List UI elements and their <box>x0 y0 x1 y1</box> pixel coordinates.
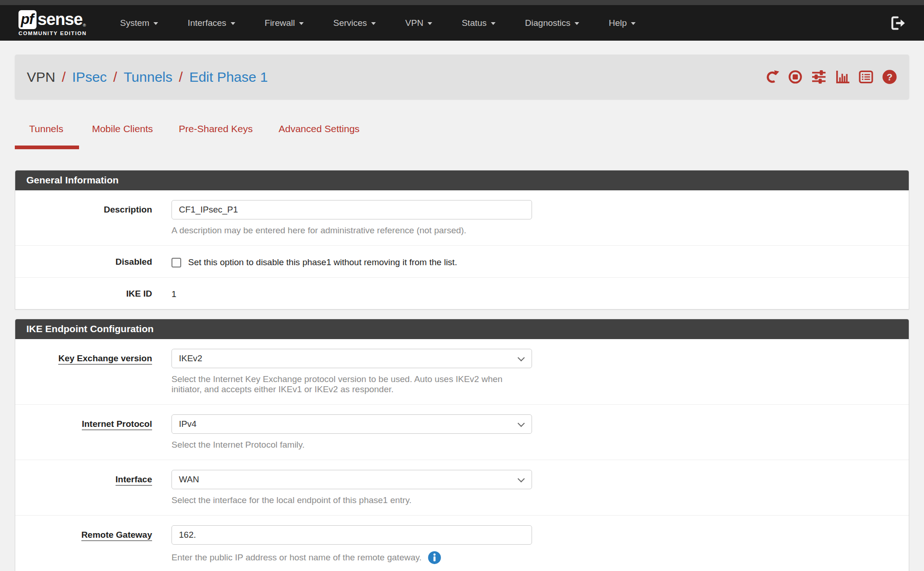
pfsense-logo[interactable]: pf sense ® COMMUNITY EDITION <box>18 10 87 36</box>
chevron-down-icon <box>518 475 525 483</box>
internet-protocol-help-text: Select the Internet Protocol family. <box>171 440 532 450</box>
internet-protocol-row: Internet Protocol IPv4 Select the Intern… <box>15 405 909 460</box>
key-exchange-version-selected-value: IKEv2 <box>179 353 202 364</box>
key-exchange-version-label: Key Exchange version <box>15 349 152 395</box>
interface-label: Interface <box>15 470 152 505</box>
window-top-strip <box>0 0 924 5</box>
caret-down-icon <box>299 22 304 25</box>
ike-id-row: IKE ID 1 <box>15 278 909 309</box>
sliders-icon[interactable] <box>811 70 826 84</box>
panel-title-general-information: General Information <box>15 170 909 190</box>
internet-protocol-label: Internet Protocol <box>15 414 152 450</box>
breadcrumb-link-ipsec[interactable]: IPsec <box>72 69 107 85</box>
caret-down-icon <box>428 22 432 25</box>
breadcrumb-separator: / <box>62 69 66 85</box>
caret-down-icon <box>153 22 158 25</box>
logo-registered-mark: ® <box>83 23 86 28</box>
caret-down-icon <box>491 22 496 25</box>
ike-id-value: 1 <box>171 287 532 299</box>
nav-item-services[interactable]: Services <box>318 5 391 41</box>
chevron-down-icon <box>518 354 525 362</box>
disabled-checkbox[interactable] <box>171 258 181 267</box>
breadcrumb-link-tunnels[interactable]: Tunnels <box>123 69 172 85</box>
tab-pre-shared-keys[interactable]: Pre-Shared Keys <box>166 123 266 149</box>
chart-bar-icon[interactable] <box>835 70 850 84</box>
remote-gateway-label: Remote Gateway <box>15 525 152 565</box>
breadcrumb-link-edit-phase-1[interactable]: Edit Phase 1 <box>189 69 268 85</box>
svg-text:?: ? <box>887 72 893 82</box>
interface-help-text: Select the interface for the local endpo… <box>171 495 532 505</box>
logo-sense-text: sense <box>37 10 82 29</box>
main-navbar: pf sense ® COMMUNITY EDITION System Inte… <box>0 5 924 41</box>
remote-gateway-input[interactable] <box>171 525 532 545</box>
ike-id-label: IKE ID <box>15 287 152 299</box>
refresh-icon[interactable] <box>765 70 779 84</box>
tab-tunnels[interactable]: Tunnels <box>15 123 79 149</box>
chevron-down-icon <box>518 420 525 427</box>
logo-pf-mark: pf <box>18 10 37 29</box>
nav-item-label: Firewall <box>265 18 295 28</box>
help-circle-icon[interactable]: ? <box>882 69 897 85</box>
breadcrumb-root: VPN <box>27 69 55 85</box>
nav-item-label: Status <box>462 18 487 28</box>
logout-button[interactable] <box>890 16 906 30</box>
breadcrumb-separator: / <box>113 69 117 85</box>
caret-down-icon <box>631 22 636 25</box>
sign-out-icon <box>890 16 906 30</box>
key-exchange-version-select[interactable]: IKEv2 <box>171 349 532 368</box>
tab-bar: Tunnels Mobile Clients Pre-Shared Keys A… <box>15 99 909 149</box>
internet-protocol-select[interactable]: IPv4 <box>171 414 532 434</box>
remote-gateway-help-text: Enter the public IP address or host name… <box>171 553 422 563</box>
disabled-label: Disabled <box>15 255 152 267</box>
interface-selected-value: WAN <box>179 474 199 485</box>
page-action-icons: ? <box>765 69 897 85</box>
interface-select[interactable]: WAN <box>171 470 532 489</box>
caret-down-icon <box>575 22 579 25</box>
description-input[interactable] <box>171 200 532 219</box>
nav-item-firewall[interactable]: Firewall <box>250 5 318 41</box>
breadcrumb-separator: / <box>179 69 183 85</box>
info-icon[interactable] <box>428 551 441 565</box>
tab-mobile-clients[interactable]: Mobile Clients <box>79 123 166 149</box>
caret-down-icon <box>371 22 376 25</box>
ike-endpoint-configuration-panel: IKE Endpoint Configuration Key Exchange … <box>15 319 909 571</box>
nav-item-diagnostics[interactable]: Diagnostics <box>510 5 594 41</box>
breadcrumb: VPN / IPsec / Tunnels / Edit Phase 1 <box>27 69 268 85</box>
nav-item-label: Services <box>333 18 367 28</box>
disabled-row: Disabled Set this option to disable this… <box>15 246 909 278</box>
caret-down-icon <box>231 22 235 25</box>
general-information-panel: General Information Description A descri… <box>15 170 909 310</box>
tab-advanced-settings[interactable]: Advanced Settings <box>266 123 373 149</box>
nav-item-label: System <box>120 18 149 28</box>
breadcrumb-bar: VPN / IPsec / Tunnels / Edit Phase 1 <box>15 55 909 99</box>
description-row: Description A description may be entered… <box>15 190 909 246</box>
stop-circle-icon[interactable] <box>788 70 802 84</box>
key-exchange-version-help-text: Select the Internet Key Exchange protoco… <box>171 374 532 395</box>
nav-item-status[interactable]: Status <box>447 5 510 41</box>
nav-item-label: Diagnostics <box>525 18 570 28</box>
panel-title-ike-endpoint-configuration: IKE Endpoint Configuration <box>15 319 909 339</box>
remote-gateway-row: Remote Gateway Enter the public IP addre… <box>15 516 909 571</box>
nav-item-label: VPN <box>405 18 423 28</box>
list-icon[interactable] <box>859 70 873 84</box>
nav-item-vpn[interactable]: VPN <box>391 5 447 41</box>
internet-protocol-selected-value: IPv4 <box>179 419 196 429</box>
description-label: Description <box>15 200 152 236</box>
nav-item-system[interactable]: System <box>105 5 173 41</box>
disabled-checkbox-label: Set this option to disable this phase1 w… <box>188 257 457 267</box>
nav-item-interfaces[interactable]: Interfaces <box>173 5 250 41</box>
interface-row: Interface WAN Select the interface for t… <box>15 460 909 516</box>
description-help-text: A description may be entered here for ad… <box>171 225 532 236</box>
navbar-menu: System Interfaces Firewall Services VPN … <box>105 5 650 41</box>
logo-edition-text: COMMUNITY EDITION <box>18 30 87 36</box>
key-exchange-version-row: Key Exchange version IKEv2 Select the In… <box>15 339 909 405</box>
nav-item-label: Interfaces <box>188 18 226 28</box>
nav-item-help[interactable]: Help <box>594 5 650 41</box>
nav-item-label: Help <box>609 18 627 28</box>
